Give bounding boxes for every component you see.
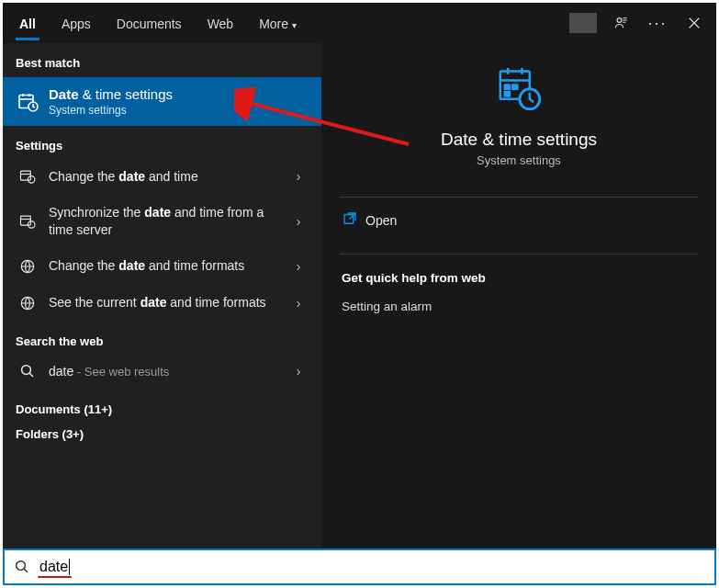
svg-rect-3	[21, 171, 31, 180]
search-icon	[16, 363, 39, 379]
more-options-icon[interactable]: ···	[639, 5, 676, 41]
results-list: Best match Date & time settings System s…	[3, 43, 321, 548]
open-icon	[342, 210, 365, 230]
tab-documents[interactable]: Documents	[104, 6, 195, 40]
tab-more[interactable]: More▾	[246, 6, 309, 40]
svg-point-4	[28, 176, 34, 184]
feedback-icon[interactable]	[602, 5, 639, 41]
open-action[interactable]: Open	[321, 198, 716, 243]
region-format-icon	[16, 257, 39, 276]
best-match-subtitle: System settings	[49, 104, 173, 117]
result-text: See the current date and time formats	[49, 294, 288, 311]
svg-point-0	[617, 18, 622, 23]
settings-result[interactable]: See the current date and time formats ›	[3, 285, 321, 322]
section-best-match: Best match	[3, 43, 321, 77]
open-label: Open	[365, 213, 397, 228]
date-time-icon	[16, 167, 39, 186]
svg-point-18	[17, 561, 26, 571]
result-text: Synchronize the date and time from a tim…	[49, 204, 288, 239]
tab-apps[interactable]: Apps	[49, 6, 104, 40]
svg-rect-11	[505, 85, 510, 89]
chevron-down-icon: ▾	[292, 20, 297, 30]
section-folders[interactable]: Folders (3+)	[3, 416, 321, 456]
preview-title: Date & time settings	[441, 130, 597, 150]
result-text: Change the date and time	[49, 168, 288, 186]
date-time-icon	[16, 91, 39, 113]
svg-rect-13	[505, 92, 510, 96]
search-icon	[14, 559, 30, 575]
close-icon[interactable]	[676, 5, 713, 41]
preview-pane: Date & time settings System settings Ope…	[321, 43, 716, 548]
svg-rect-5	[21, 216, 31, 225]
best-match-result[interactable]: Date & time settings System settings	[3, 77, 321, 126]
section-documents[interactable]: Documents (11+)	[3, 390, 321, 416]
chevron-right-icon: ›	[288, 259, 309, 274]
result-text: date - See web results	[49, 363, 288, 380]
settings-result[interactable]: Change the date and time ›	[3, 158, 321, 195]
search-box[interactable]: date	[3, 548, 716, 585]
search-query-text: date	[39, 559, 68, 575]
result-text: Change the date and time formats	[49, 257, 288, 275]
best-match-title: Date & time settings	[49, 86, 173, 102]
tab-web[interactable]: Web	[195, 6, 247, 40]
svg-point-9	[22, 366, 31, 375]
quick-help-title: Get quick help from web	[321, 254, 716, 294]
web-result[interactable]: date - See web results ›	[3, 354, 321, 390]
region-format-icon	[16, 294, 39, 312]
svg-rect-12	[512, 85, 517, 89]
chevron-right-icon: ›	[288, 296, 309, 311]
text-cursor	[69, 559, 70, 575]
svg-point-6	[28, 220, 34, 228]
chevron-right-icon: ›	[288, 214, 309, 229]
settings-result[interactable]: Synchronize the date and time from a tim…	[3, 195, 321, 248]
section-settings: Settings	[3, 126, 321, 158]
search-filter-tabs: All Apps Documents Web More▾ ···	[3, 3, 716, 43]
chevron-right-icon: ›	[288, 364, 309, 379]
tab-all[interactable]: All	[6, 6, 49, 40]
date-time-icon	[494, 63, 544, 117]
chevron-right-icon: ›	[288, 169, 309, 184]
preview-subtitle: System settings	[477, 153, 561, 167]
help-link[interactable]: Setting an alarm	[321, 294, 716, 319]
settings-result[interactable]: Change the date and time formats ›	[3, 248, 321, 285]
sync-time-icon	[16, 212, 39, 231]
section-search-web: Search the web	[3, 322, 321, 354]
account-tile[interactable]	[569, 13, 597, 33]
